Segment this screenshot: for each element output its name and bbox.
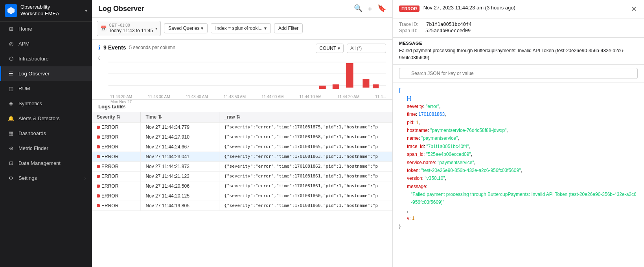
table-row[interactable]: ERROR Nov 27 11:44:21.873 {"severity":"e… <box>92 161 392 171</box>
index-filter-dropdown[interactable]: Index = splunk4rooki... ▾ <box>211 23 270 33</box>
sidebar-item-rum[interactable]: ◫ RUM <box>0 81 92 96</box>
raw-cell: {"severity":"error","time":1701081861,"p… <box>219 171 392 181</box>
severity-dot <box>97 135 100 139</box>
raw-cell: {"severity":"error","time":1701081865,"p… <box>219 142 392 152</box>
table-row[interactable]: ERROR Nov 27 11:44:20.125 {"severity":"e… <box>92 191 392 201</box>
raw-cell: {"severity":"error","time":1701081860,"p… <box>219 201 392 210</box>
search-icon[interactable]: 🔍 <box>354 4 362 13</box>
table-row[interactable]: ERROR Nov 27 11:44:19.805 {"severity":"e… <box>92 201 392 210</box>
trace-id-label: Trace ID: <box>399 22 418 27</box>
count-dropdown[interactable]: COUNT ▾ <box>316 44 344 53</box>
json-field-comma: , <box>399 207 638 214</box>
col-time[interactable]: Time ⇅ <box>141 112 219 123</box>
detail-timestamp: Nov 27, 2023 11:44:23 am (3 hours ago) <box>423 5 626 11</box>
time-cell: Nov 27 11:44:21.873 <box>141 161 219 171</box>
severity-badge: ERROR <box>97 183 118 189</box>
table-row[interactable]: ERROR Nov 27 11:44:23.041 {"severity":"e… <box>92 152 392 161</box>
time-range-display: CET +01:00 Today 11:43 to 11:45 <box>109 23 153 34</box>
json-close-bracket: } <box>399 223 638 230</box>
data-management-icon: ⊡ <box>7 160 15 167</box>
json-field-message-key: message: <box>399 183 638 190</box>
detail-meta: Trace ID: 7b1f1a0051bc40f4 Span ID: 525a… <box>393 18 644 38</box>
severity-badge: ERROR <box>97 144 118 150</box>
severity-cell: ERROR <box>92 201 141 210</box>
json-field-service-name: service.name: "paymentservice", <box>399 159 638 166</box>
sidebar-item-apm[interactable]: ◎ APM <box>0 37 92 51</box>
json-collapse[interactable]: [-] <box>399 94 638 102</box>
table-row[interactable]: ERROR Nov 27 11:44:24.667 {"severity":"e… <box>92 142 392 152</box>
severity-dot <box>97 155 100 158</box>
home-icon: ⊞ <box>7 26 15 33</box>
severity-cell: ERROR <box>92 122 141 132</box>
sidebar-item-label: Alerts & Detectors <box>18 115 86 121</box>
detail-panel: ERROR Nov 27, 2023 11:44:23 am (3 hours … <box>392 0 644 267</box>
json-field-pid: pid: 1, <box>399 119 638 126</box>
sidebar-header[interactable]: Observability Workshop EMEA ▾ <box>0 0 92 22</box>
chart-svg <box>98 56 386 91</box>
xaxis-label: 11:43:50 AM <box>224 94 246 110</box>
svg-rect-6 <box>346 63 353 88</box>
logs-table: Severity ⇅ Time ⇅ _raw ⇅ ERROR Nov 27 11… <box>92 112 392 211</box>
json-field-trace-id: trace_id: "7b1f1a0051bc40f4", <box>399 143 638 150</box>
alerts-icon: 🔔 <box>7 115 15 122</box>
span-id-label: Span ID: <box>399 28 418 33</box>
close-detail-button[interactable]: ✕ <box>630 5 638 13</box>
col-raw[interactable]: _raw ⇅ <box>219 112 392 123</box>
sidebar-item-data-management[interactable]: ⊡ Data Management <box>0 156 92 171</box>
json-field-version: version: "v350.10", <box>399 174 638 182</box>
events-count: 9 Events <box>103 44 126 51</box>
sidebar-item-label: Synthetics <box>18 101 86 106</box>
bookmark-icon[interactable]: 🔖 <box>377 4 386 13</box>
severity-dot <box>97 145 100 148</box>
json-search-input[interactable] <box>399 68 638 79</box>
toolbar: 📅 CET +01:00 Today 11:43 to 11:45 ▾ Save… <box>92 18 392 40</box>
org-caret-icon[interactable]: ▾ <box>85 8 87 13</box>
severity-cell: ERROR <box>92 191 141 201</box>
json-body: [ [-] severity: "error", time: 170108186… <box>393 82 644 267</box>
message-section: MESSAGE Failed payment processing throug… <box>393 38 644 65</box>
sidebar-item-synthetics[interactable]: ◈ Synthetics <box>0 96 92 111</box>
raw-cell: {"severity":"error","time":1701081860,"p… <box>219 191 392 201</box>
index-filter-label: Index = splunk4rooki... <box>215 26 262 31</box>
severity-dot <box>97 185 100 188</box>
add-filter-button[interactable]: Add Filter <box>274 23 303 33</box>
sidebar-item-label: Infrastructure <box>18 56 86 62</box>
time-cell: Nov 27 11:44:24.667 <box>141 142 219 152</box>
table-row[interactable]: ERROR Nov 27 11:44:20.506 {"severity":"e… <box>92 181 392 191</box>
time-picker[interactable]: 📅 CET +01:00 Today 11:43 to 11:45 ▾ <box>97 21 161 36</box>
raw-cell: {"severity":"error","time":1701081863,"p… <box>219 152 392 161</box>
severity-dot <box>97 204 100 207</box>
all-filter-input[interactable] <box>347 44 386 53</box>
log-observer-icon: ☰ <box>7 70 15 77</box>
chart-wrapper: 8 11:43:20 AMMon Nov 272023 11:43:30 AM … <box>98 56 386 99</box>
table-row[interactable]: ERROR Nov 27 11:44:21.123 {"severity":"e… <box>92 171 392 181</box>
rum-icon: ◫ <box>7 85 15 92</box>
table-row[interactable]: ERROR Nov 27 11:44:27.910 {"severity":"e… <box>92 132 392 142</box>
add-icon[interactable]: ＋ <box>366 4 374 13</box>
chart-yaxis-label: 8 <box>98 56 101 60</box>
topbar: Log Observer 🔍 ＋ 🔖 <box>92 0 392 18</box>
synthetics-icon: ◈ <box>7 100 15 107</box>
json-field-token: token: "test-20e26e90-356b-432e-a2c6-956… <box>399 166 638 174</box>
raw-cell: {"severity":"error","time":1701081862,"p… <box>219 161 392 171</box>
table-row[interactable]: ERROR Nov 27 11:44:34.779 {"severity":"e… <box>92 122 392 132</box>
sidebar-item-infrastructure[interactable]: ⬡ Infrastructure <box>0 51 92 66</box>
time-cell: Nov 27 11:44:20.125 <box>141 191 219 201</box>
sidebar-item-home[interactable]: ⊞ Home <box>0 22 92 37</box>
json-field-message-value: "Failed payment processing through Butte… <box>399 190 638 207</box>
severity-cell: ERROR <box>92 132 141 142</box>
count-label: COUNT <box>319 46 336 51</box>
svg-rect-7 <box>362 79 369 88</box>
info-icon: ℹ <box>98 44 100 51</box>
infrastructure-icon: ⬡ <box>7 55 15 62</box>
sidebar-item-dashboards[interactable]: ▦ Dashboards <box>0 126 92 141</box>
org-name: Observability Workshop EMEA <box>20 4 82 17</box>
severity-dot <box>97 175 100 178</box>
sidebar-item-log-observer[interactable]: ☰ Log Observer <box>0 66 92 81</box>
time-cell: Nov 27 11:44:23.041 <box>141 152 219 161</box>
sidebar-item-metric-finder[interactable]: ⊛ Metric Finder <box>0 141 92 156</box>
col-severity[interactable]: Severity ⇅ <box>92 112 141 123</box>
sidebar-item-settings[interactable]: ⚙ Settings › <box>0 171 92 186</box>
sidebar-item-alerts-detectors[interactable]: 🔔 Alerts & Detectors <box>0 111 92 126</box>
saved-queries-dropdown[interactable]: Saved Queries ▾ <box>164 23 208 33</box>
